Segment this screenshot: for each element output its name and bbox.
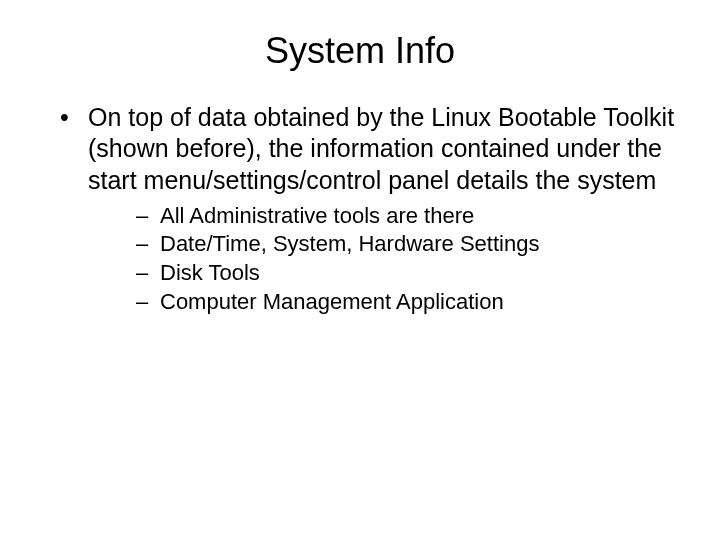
sub-bullet: Date/Time, System, Hardware Settings [136, 230, 680, 259]
main-bullet: On top of data obtained by the Linux Boo… [60, 102, 680, 316]
main-bullet-text: On top of data obtained by the Linux Boo… [88, 103, 674, 194]
sub-bullet: Disk Tools [136, 259, 680, 288]
sub-list: All Administrative tools are there Date/… [88, 202, 680, 316]
sub-bullet: All Administrative tools are there [136, 202, 680, 231]
sub-bullet: Computer Management Application [136, 288, 680, 317]
main-list: On top of data obtained by the Linux Boo… [40, 102, 680, 316]
slide-title: System Info [40, 30, 680, 72]
